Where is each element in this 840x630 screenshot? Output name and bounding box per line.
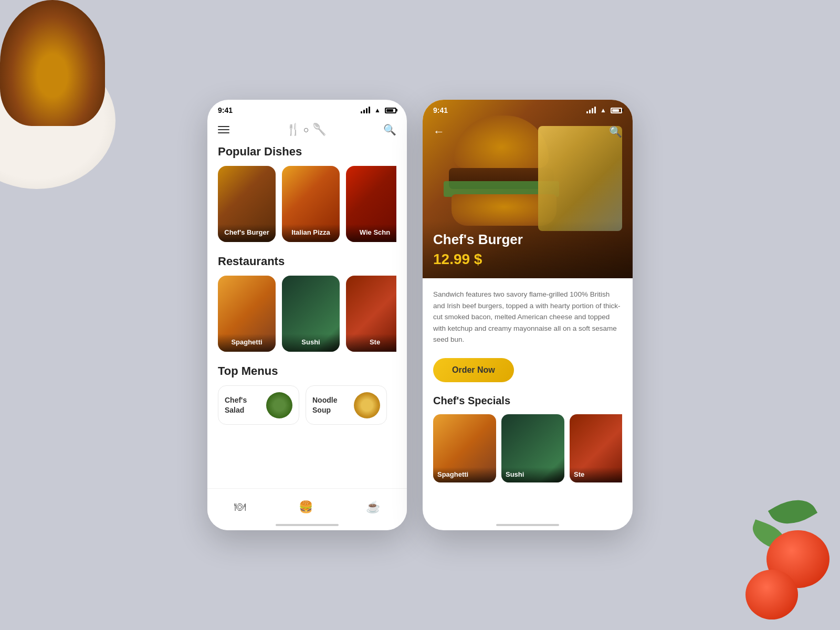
deco-burger (0, 0, 105, 126)
hero-overlay: Chef's Burger 12.99 $ (423, 221, 633, 278)
menu-card-soup[interactable]: NoodleSoup (306, 385, 387, 425)
menu-card-soup-label: NoodleSoup (312, 395, 337, 414)
battery-icon-1 (385, 108, 396, 113)
special-label-spaghetti: Spaghetti (433, 467, 496, 482)
battery-icon-2 (611, 108, 622, 113)
dish-description: Sandwich features two savory flame-grill… (433, 289, 622, 345)
restaurant-label-sushi: Sushi (282, 334, 340, 352)
restaurant-card-steak[interactable]: Ste (346, 276, 396, 352)
dish-label-wie: Wie Schn (346, 224, 396, 242)
phone2: 9:41 ▲ ← 🔍 (423, 100, 633, 530)
phone1-content: Popular Dishes Chef's Burger Italian Piz… (207, 145, 407, 425)
bottom-nav: 🍽 🍔 ☕ (207, 488, 407, 530)
wifi-icon-2: ▲ (600, 107, 606, 114)
restaurant-label-steak: Ste (346, 334, 396, 352)
special-card-sushi[interactable]: Sushi (501, 414, 564, 482)
dish-card-pizza[interactable]: Italian Pizza (282, 166, 340, 242)
order-now-button[interactable]: Order Now (433, 358, 514, 382)
dish-card-burger[interactable]: Chef's Burger (218, 166, 276, 242)
restaurants-title: Restaurants (218, 255, 396, 268)
restaurant-label-spaghetti: Spaghetti (218, 334, 276, 352)
spoon-icon: 🥄 (312, 123, 327, 136)
soup-image (354, 392, 380, 418)
dishes-nav-icon: 🍽 (234, 500, 246, 514)
popular-dishes-row: Chef's Burger Italian Pizza Wie Schn (218, 166, 396, 242)
phone1-header: 🍴 ○ 🥄 🔍 (207, 119, 407, 145)
restaurants-row: Spaghetti Sushi Ste (218, 276, 396, 352)
status-time-1: 9:41 (218, 106, 233, 114)
wifi-icon-1: ▲ (374, 107, 381, 114)
home-indicator-1 (276, 524, 339, 526)
nav-item-dishes[interactable]: 🍽 (234, 500, 246, 514)
restaurant-card-sushi[interactable]: Sushi (282, 276, 340, 352)
status-icons-2: ▲ (586, 107, 622, 114)
status-bar-2: 9:41 ▲ (423, 100, 633, 119)
hero-dish-title: Chef's Burger (433, 232, 622, 248)
nav-item-burger[interactable]: 🍔 (299, 500, 313, 514)
status-bar-1: 9:41 ▲ (207, 100, 407, 119)
top-menus-title: Top Menus (218, 364, 396, 378)
menu-card-salad-label: Chef'sSalad (225, 395, 247, 414)
dish-label-burger: Chef's Burger (218, 224, 276, 242)
fork-knife-icon: 🍴 (286, 123, 300, 136)
status-time-2: 9:41 (433, 106, 448, 114)
top-menus-row: Chef'sSalad NoodleSoup (218, 385, 396, 425)
status-icons-1: ▲ (361, 107, 396, 114)
special-label-sushi: Sushi (501, 467, 564, 482)
chefs-specials-title: Chef's Specials (433, 395, 622, 407)
burger-nav-icon: 🍔 (299, 500, 313, 514)
bg-leaf1 (768, 490, 817, 533)
phone2-header: ← 🔍 (423, 121, 633, 143)
home-indicator-2 (496, 524, 559, 526)
special-label-steak: Ste (570, 467, 622, 482)
back-button[interactable]: ← (433, 125, 445, 139)
salad-image (266, 392, 292, 418)
hero-price: 12.99 $ (433, 251, 622, 268)
hamburger-menu-icon[interactable] (218, 126, 229, 133)
bg-tomato2 (746, 570, 798, 620)
special-card-steak[interactable]: Ste (570, 414, 622, 482)
search-button-2[interactable]: 🔍 (609, 125, 622, 138)
signal-icon-1 (361, 107, 370, 113)
dish-card-wie[interactable]: Wie Schn (346, 166, 396, 242)
phone1: 9:41 ▲ 🍴 (207, 100, 407, 530)
plate-icon: ○ (303, 124, 309, 135)
phone2-content: Sandwich features two savory flame-grill… (423, 278, 633, 493)
restaurant-card-spaghetti[interactable]: Spaghetti (218, 276, 276, 352)
restaurant-logo: 🍴 ○ 🥄 (286, 123, 327, 136)
special-card-spaghetti[interactable]: Spaghetti (433, 414, 496, 482)
phones-wrapper: 9:41 ▲ 🍴 (207, 100, 633, 530)
dish-label-pizza: Italian Pizza (282, 224, 340, 242)
popular-dishes-title: Popular Dishes (218, 145, 396, 159)
specials-row: Spaghetti Sushi Ste (433, 414, 622, 482)
coffee-nav-icon: ☕ (366, 500, 380, 514)
menu-card-salad[interactable]: Chef'sSalad (218, 385, 299, 425)
search-button-1[interactable]: 🔍 (383, 123, 396, 136)
signal-icon-2 (586, 107, 596, 113)
nav-item-coffee[interactable]: ☕ (366, 500, 380, 514)
